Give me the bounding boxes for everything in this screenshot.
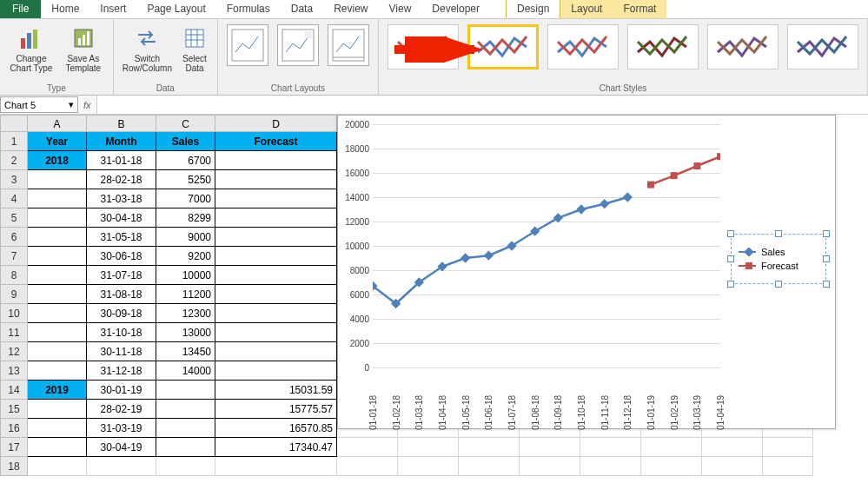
row-header-15[interactable]: 15 <box>0 400 28 419</box>
switch-row-column-button[interactable]: Switch Row/Column <box>121 23 174 75</box>
row-header-7[interactable]: 7 <box>0 247 28 266</box>
cell-D17[interactable]: 17340.47 <box>215 438 337 457</box>
row-header-12[interactable]: 12 <box>0 342 28 361</box>
header-cell-D[interactable]: Forecast <box>215 132 337 151</box>
cell[interactable] <box>702 438 763 457</box>
cell-B12[interactable]: 30-11-18 <box>87 342 156 361</box>
cell[interactable] <box>641 438 702 457</box>
layout-thumb-1[interactable] <box>227 24 268 66</box>
legend-item-forecast[interactable]: Forecast <box>739 261 818 271</box>
cell-A4[interactable] <box>28 189 87 208</box>
cell-A14[interactable]: 2019 <box>28 381 87 400</box>
cell-A13[interactable] <box>28 361 87 381</box>
cell[interactable] <box>156 457 215 476</box>
col-header-D[interactable]: D <box>215 115 337 132</box>
cell-D15[interactable]: 15775.57 <box>215 400 337 419</box>
cell-C10[interactable]: 12300 <box>156 304 215 323</box>
cell-D5[interactable] <box>215 208 337 228</box>
row-header-13[interactable]: 13 <box>0 361 28 381</box>
tab-review[interactable]: Review <box>323 0 378 18</box>
cell-A11[interactable] <box>28 323 87 342</box>
cell-C3[interactable]: 5250 <box>156 170 215 189</box>
dropdown-icon[interactable]: ▾ <box>69 99 74 110</box>
cell[interactable] <box>398 438 459 457</box>
cell-C15[interactable] <box>156 400 215 419</box>
tab-page-layout[interactable]: Page Layout <box>136 0 215 18</box>
cell-C13[interactable]: 14000 <box>156 361 215 381</box>
tab-design[interactable]: Design <box>506 0 560 18</box>
chart-style-5[interactable] <box>707 24 779 69</box>
tab-format[interactable]: Format <box>613 0 666 18</box>
tab-home[interactable]: Home <box>41 0 89 18</box>
cell-B7[interactable]: 30-06-18 <box>87 247 156 266</box>
layout-thumb-2[interactable] <box>277 24 319 66</box>
cell-D14[interactable]: 15031.59 <box>215 381 337 400</box>
cell-D9[interactable] <box>215 285 337 304</box>
cell-B6[interactable]: 31-05-18 <box>87 228 156 247</box>
cell[interactable] <box>398 457 459 476</box>
tab-data[interactable]: Data <box>281 0 323 18</box>
tab-insert[interactable]: Insert <box>89 0 136 18</box>
header-cell-C[interactable]: Sales <box>156 132 215 151</box>
cell-A12[interactable] <box>28 342 87 361</box>
cell-C9[interactable]: 11200 <box>156 285 215 304</box>
cell[interactable] <box>520 457 580 476</box>
cell-A5[interactable] <box>28 208 87 228</box>
cell-A8[interactable] <box>28 266 87 285</box>
cell-B10[interactable]: 30-09-18 <box>87 304 156 323</box>
row-header-14[interactable]: 14 <box>0 381 28 400</box>
formula-input[interactable] <box>96 96 868 114</box>
row-header-11[interactable]: 11 <box>0 323 28 342</box>
row-header-8[interactable]: 8 <box>0 266 28 285</box>
row-header-18[interactable]: 18 <box>0 457 28 476</box>
col-header-A[interactable]: A <box>28 115 87 132</box>
cell-D12[interactable] <box>215 342 337 361</box>
cell[interactable] <box>337 438 398 457</box>
cell-C2[interactable]: 6700 <box>156 151 215 170</box>
legend-item-sales[interactable]: Sales <box>739 247 818 257</box>
tab-layout[interactable]: Layout <box>560 0 613 18</box>
cell-B11[interactable]: 31-10-18 <box>87 323 156 342</box>
row-header-16[interactable]: 16 <box>0 419 28 438</box>
cell-A7[interactable] <box>28 247 87 266</box>
cell-A16[interactable] <box>28 419 87 438</box>
cell-A10[interactable] <box>28 304 87 323</box>
name-box[interactable]: Chart 5 ▾ <box>0 96 78 113</box>
cell[interactable] <box>215 457 337 476</box>
cell-C4[interactable]: 7000 <box>156 189 215 208</box>
plot-area[interactable] <box>373 124 720 367</box>
cell-B15[interactable]: 28-02-19 <box>87 400 156 419</box>
tab-developer[interactable]: Developer <box>421 0 490 18</box>
cell-A6[interactable] <box>28 228 87 247</box>
cell-D2[interactable] <box>215 151 337 170</box>
cell[interactable] <box>763 438 813 457</box>
cell-B14[interactable]: 30-01-19 <box>87 381 156 400</box>
cell[interactable] <box>87 457 156 476</box>
cell[interactable] <box>580 457 641 476</box>
cell-D10[interactable] <box>215 304 337 323</box>
row-header-4[interactable]: 4 <box>0 189 28 208</box>
select-all-corner[interactable] <box>0 115 28 132</box>
cell[interactable] <box>763 457 813 476</box>
col-header-B[interactable]: B <box>87 115 156 132</box>
cell-C7[interactable]: 9200 <box>156 247 215 266</box>
chart-style-3[interactable] <box>547 24 619 69</box>
cell-B8[interactable]: 31-07-18 <box>87 266 156 285</box>
cell-A9[interactable] <box>28 285 87 304</box>
cell-A2[interactable]: 2018 <box>28 151 87 170</box>
row-header-1[interactable]: 1 <box>0 132 28 151</box>
cell[interactable] <box>580 438 641 457</box>
cell-B13[interactable]: 31-12-18 <box>87 361 156 381</box>
row-header-17[interactable]: 17 <box>0 438 28 457</box>
row-header-9[interactable]: 9 <box>0 285 28 304</box>
cell-B3[interactable]: 28-02-18 <box>87 170 156 189</box>
cell-A3[interactable] <box>28 170 87 189</box>
col-header-C[interactable]: C <box>156 115 215 132</box>
cell[interactable] <box>520 438 580 457</box>
save-as-template-button[interactable]: Save As Template <box>61 23 106 75</box>
cell-B9[interactable]: 31-08-18 <box>87 285 156 304</box>
cell-B17[interactable]: 30-04-19 <box>87 438 156 457</box>
cell-D16[interactable]: 16570.85 <box>215 419 337 438</box>
header-cell-A[interactable]: Year <box>28 132 87 151</box>
cell-D7[interactable] <box>215 247 337 266</box>
